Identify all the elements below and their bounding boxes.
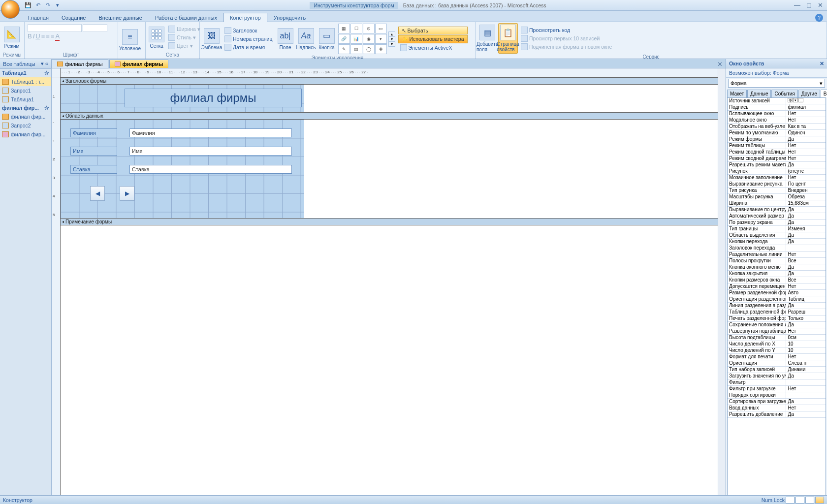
activex-button[interactable]: Элементы ActiveX xyxy=(398,44,468,52)
section-detail[interactable]: Область данных xyxy=(61,112,718,120)
next-record-button[interactable]: ▶ xyxy=(120,186,134,201)
textbox-lastname[interactable]: Фамилия xyxy=(129,128,292,137)
gallery-up-icon[interactable]: ▴ xyxy=(389,32,395,36)
prop-row[interactable]: Область выделенияДа xyxy=(728,232,826,239)
button-control[interactable]: ▭Кнопка xyxy=(317,27,337,51)
prop-row[interactable]: Кнопка оконного менюДа xyxy=(728,264,826,271)
prop-row[interactable]: Тип рисункаВнедрен xyxy=(728,188,826,194)
help-icon[interactable]: ? xyxy=(815,14,823,22)
datetime-button[interactable]: Дата и время xyxy=(223,43,275,51)
prop-row[interactable]: Режим таблицыНет xyxy=(728,143,826,149)
textbox-button[interactable]: ab|Поле xyxy=(276,27,295,51)
prop-row[interactable]: Разделительные линииНет xyxy=(728,252,826,258)
prop-row[interactable]: Линия разделения в разделенной фДа xyxy=(728,303,826,309)
gallery-more-icon[interactable]: ▾ xyxy=(389,41,395,46)
prop-row[interactable]: Выравнивание по центруДа xyxy=(728,207,826,213)
prop-row[interactable]: Формат для печатиНет xyxy=(728,354,826,360)
doc-close-icon[interactable]: ✕ xyxy=(717,61,723,68)
prop-row[interactable]: Отображать на веб-узле SharePointКак в т… xyxy=(728,124,826,130)
prop-row[interactable]: Развернутая подтаблицаНет xyxy=(728,328,826,335)
use-wizards-button[interactable]: ✨Использовать мастера xyxy=(398,35,468,43)
prop-row[interactable]: Ширина15,683см xyxy=(728,200,826,207)
vertical-scrollbar[interactable] xyxy=(718,68,726,504)
prop-row[interactable]: Число делений по X10 xyxy=(728,341,826,347)
add-fields-button[interactable]: ▤Добавить поля xyxy=(477,24,497,53)
doctab-filial-2[interactable]: филиал фирмы xyxy=(109,60,169,68)
prop-row[interactable]: Автоматический размерДа xyxy=(728,213,826,220)
grid-color[interactable]: Цвет ▾ xyxy=(166,42,202,50)
prop-row[interactable]: Тип границыИзменя xyxy=(728,226,826,232)
maximize-icon[interactable]: ◻ xyxy=(806,1,812,9)
nav-group-table1[interactable]: Таблица1☆ xyxy=(0,69,51,77)
ps-tab-layout[interactable]: Макет xyxy=(727,90,747,97)
prev-record-button[interactable]: ◀ xyxy=(90,186,105,201)
prop-row[interactable]: Фильтр при загрузкеНет xyxy=(728,386,826,392)
prop-row[interactable]: Масштабы рисункаОбреза xyxy=(728,194,826,200)
close-icon[interactable]: ✕ xyxy=(818,1,823,9)
prop-row[interactable]: Всплывающее окноНет xyxy=(728,111,826,117)
propsheet-grid[interactable]: Источник записейф▾…ПодписьфилиалВсплываю… xyxy=(727,98,826,504)
prop-row[interactable]: Сортировка при загрузкеДа xyxy=(728,399,826,405)
nav-item-query1[interactable]: Запрос1 xyxy=(0,86,51,95)
view-design-icon[interactable] xyxy=(815,497,824,504)
prop-row[interactable]: Режим сводной диаграммыНет xyxy=(728,156,826,162)
ps-tab-all[interactable]: Все xyxy=(821,90,827,97)
form-title-label[interactable]: филиал фирмы xyxy=(125,89,302,107)
gridlines-button[interactable]: Сетка xyxy=(148,26,165,50)
prop-row[interactable]: Разрешить режим макетаДа xyxy=(728,162,826,168)
prop-row[interactable]: Ориентация разделенной формыТаблиц xyxy=(728,296,826,303)
tab-arrange[interactable]: Упорядочить xyxy=(267,13,312,22)
prop-row[interactable]: Загрузить значения по умолчаниюДа xyxy=(728,373,826,379)
undo-icon[interactable]: ↶ xyxy=(33,1,42,10)
label-button[interactable]: AaНадпись xyxy=(296,27,316,51)
logo-button[interactable]: 🖼Эмблема xyxy=(202,27,222,51)
tab-design[interactable]: Конструктор xyxy=(223,13,267,22)
prop-row[interactable]: Тип набора записейДинами xyxy=(728,367,826,373)
prop-row[interactable]: Сохранение положения линии разДа xyxy=(728,322,826,328)
nav-header[interactable]: Все таблицы▾ « xyxy=(0,59,51,69)
prop-row[interactable]: Печать разделенной формыТолько xyxy=(728,315,826,322)
prop-row[interactable]: Заголовок перехода xyxy=(728,245,826,252)
prop-row[interactable]: Режим сводной таблицыНет xyxy=(728,149,826,156)
prop-row[interactable]: Высота подтаблицы0см xyxy=(728,335,826,341)
prop-row[interactable]: Порядок сортировки xyxy=(728,392,826,399)
ps-tab-data[interactable]: Данные xyxy=(747,90,771,97)
nav-item-filial-table[interactable]: филиал фир... xyxy=(0,112,51,121)
ps-tab-events[interactable]: События xyxy=(771,90,797,97)
qat-dropdown-icon[interactable]: ▾ xyxy=(53,1,62,10)
section-form-footer[interactable]: Примечание формы xyxy=(61,218,718,225)
nav-item-table1b[interactable]: Таблица1 xyxy=(0,95,51,104)
tab-home[interactable]: Главная xyxy=(22,13,55,22)
ps-tab-other[interactable]: Другие xyxy=(798,90,820,97)
tab-create[interactable]: Создание xyxy=(55,13,93,22)
propsheet-close-icon[interactable]: ✕ xyxy=(820,61,824,66)
prop-row[interactable]: Разрешить добавлениеДа xyxy=(728,411,826,418)
gallery-down-icon[interactable]: ▾ xyxy=(389,36,395,41)
prop-row[interactable]: Число делений по Y10 xyxy=(728,347,826,354)
prop-row[interactable]: По размеру экранаДа xyxy=(728,220,826,226)
nav-item-table1[interactable]: Таблица1 : т... xyxy=(0,77,51,86)
prop-row[interactable]: Кнопки переходаДа xyxy=(728,239,826,245)
label-rate[interactable]: Ставка xyxy=(70,165,117,174)
prop-row[interactable]: Размер разделенной формыАвто xyxy=(728,290,826,296)
conditional-button[interactable]: ≡ Условное xyxy=(120,28,140,52)
view-layout-icon[interactable] xyxy=(805,497,814,504)
prop-row[interactable]: Ввод данныхНет xyxy=(728,405,826,411)
tab-database-tools[interactable]: Работа с базами данных xyxy=(149,13,223,22)
minimize-icon[interactable]: — xyxy=(794,1,800,9)
nav-item-filial-form[interactable]: филиал фир... xyxy=(0,130,51,139)
doctab-filial-1[interactable]: филиал фирмы xyxy=(52,60,108,68)
prop-row[interactable]: Источник записейф▾… xyxy=(728,98,826,104)
pagenum-button[interactable]: Номера страниц xyxy=(223,35,275,43)
section-form-header[interactable]: Заголовок формы xyxy=(61,77,718,85)
prop-row[interactable]: Выравнивание рисункаПо цент xyxy=(728,181,826,188)
prop-row[interactable]: Режим формыДа xyxy=(728,136,826,143)
office-button[interactable] xyxy=(1,0,20,19)
nav-item-query2[interactable]: Запрос2 xyxy=(0,121,51,130)
prop-row[interactable]: Кнопка закрытияДа xyxy=(728,271,826,277)
textbox-rate[interactable]: Ставка xyxy=(129,165,292,174)
view-form-icon[interactable] xyxy=(786,497,795,504)
prop-row[interactable]: ОриентацияСлева н xyxy=(728,360,826,367)
prop-row[interactable]: Мозаичное заполнениеНет xyxy=(728,175,826,181)
label-lastname[interactable]: Фамилия xyxy=(70,128,117,137)
